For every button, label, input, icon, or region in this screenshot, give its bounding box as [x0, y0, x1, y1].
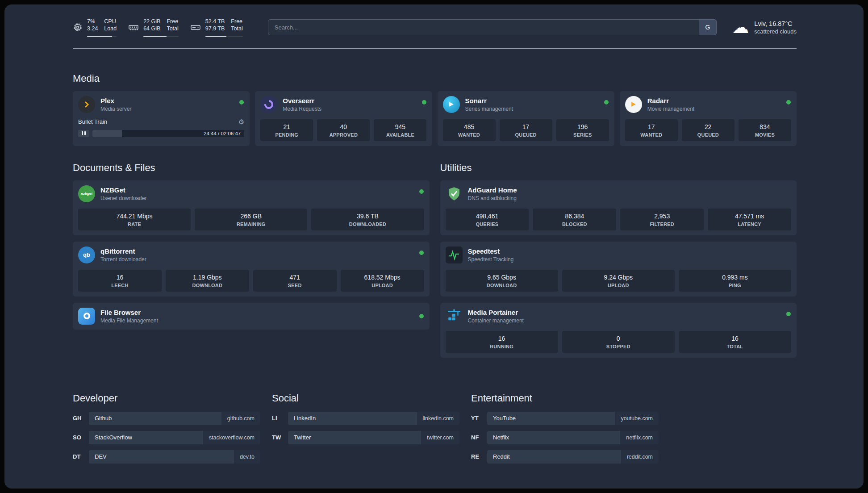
cpu-metric: 7% 3.24 CPU Load — [73, 18, 117, 37]
app-subtitle: Container management — [468, 318, 524, 324]
stat-tile: 1.19 GbpsDOWNLOAD — [166, 270, 249, 292]
stat-tile: 498,461QUERIES — [446, 209, 529, 230]
ram-metric: 22 GiB 64 GiB Free Total — [128, 18, 179, 37]
app-subtitle: Movie management — [647, 106, 694, 112]
adguard-card[interactable]: AdGuard Home DNS and adblocking 498,461Q… — [440, 180, 797, 235]
app-subtitle: Media File Management — [100, 318, 158, 324]
qbittorrent-card[interactable]: qb qBittorrent Torrent downloader 16LEEC… — [73, 242, 430, 297]
disk-free-value: 52.4 TB — [205, 18, 225, 25]
playback-progress-bar[interactable]: 24:44 / 02:06:47 — [92, 130, 244, 137]
speedtest-card[interactable]: Speedtest Speedtest Tracking 9.65 GbpsDO… — [440, 242, 797, 297]
cpu-percent: 7% — [87, 18, 98, 25]
bookmark-name: Reddit — [487, 450, 621, 464]
filebrowser-card[interactable]: File Browser Media File Management — [73, 303, 430, 330]
stat-tile: 2,953FILTERED — [620, 209, 704, 230]
top-bar: 7% 3.24 CPU Load 22 GiB 64 — [73, 18, 797, 37]
qbittorrent-status-dot — [419, 251, 424, 255]
app-subtitle: Media server — [100, 106, 131, 112]
app-subtitle: DNS and adblocking — [468, 195, 517, 201]
stat-tile: 21PENDING — [260, 119, 313, 141]
stat-tile: 86,384BLOCKED — [533, 209, 616, 230]
bookmark-dev[interactable]: DT DEV dev.to — [73, 450, 260, 464]
gear-icon[interactable]: ⚙ — [238, 118, 244, 126]
bookmark-name: DEV — [89, 450, 234, 464]
search-bar: G — [268, 19, 717, 35]
app-name: Plex — [100, 97, 131, 104]
filebrowser-status-dot — [419, 314, 424, 318]
stat-tile: 40APPROVED — [317, 119, 370, 141]
radarr-icon — [625, 96, 642, 113]
weather-widget: ☁ Lviv, 16.87°C scattered clouds — [732, 19, 797, 36]
nzbget-status-dot — [419, 189, 424, 194]
bookmark-abbr: LI — [272, 415, 288, 422]
bookmark-stackoverflow[interactable]: SO StackOverflow stackoverflow.com — [73, 431, 260, 444]
bookmark-url: linkedin.com — [417, 412, 459, 425]
now-playing-title: Bullet Train — [78, 118, 107, 125]
app-subtitle: Usenet downloader — [100, 195, 146, 201]
bookmark-name: Twitter — [288, 431, 421, 444]
bookmark-abbr: DT — [73, 453, 89, 460]
cpu-load-value: 3.24 — [87, 25, 98, 32]
bookmark-url: github.com — [221, 412, 260, 425]
bookmark-url: dev.to — [234, 450, 260, 464]
ram-total-value: 64 GiB — [143, 25, 160, 32]
utilities-column: Utilities AdGuard Home DNS and adblockin… — [440, 162, 797, 364]
nzbget-card[interactable]: nzbget NZBGet Usenet downloader 744.21 M… — [73, 180, 430, 235]
bookmark-reddit[interactable]: RE Reddit reddit.com — [471, 450, 659, 464]
plex-card[interactable]: Plex Media server Bullet Train ⚙ 24:44 /… — [73, 91, 250, 146]
cpu-usage-bar — [87, 36, 117, 37]
app-name: Overseerr — [283, 97, 321, 104]
bookmark-linkedin[interactable]: LI LinkedIn linkedin.com — [272, 412, 459, 425]
bookmark-url: reddit.com — [621, 450, 659, 464]
disk-total-value: 97.9 TB — [205, 25, 225, 32]
bookmark-name: StackOverflow — [89, 431, 203, 444]
weather-location: Lviv, 16.87°C — [754, 20, 797, 27]
ram-usage-bar — [143, 36, 179, 37]
sonarr-icon — [443, 96, 460, 113]
stat-tile: 0.993 msPING — [679, 270, 791, 292]
radarr-card[interactable]: Radarr Movie management 17WANTED 22QUEUE… — [620, 91, 797, 146]
pause-button[interactable] — [78, 130, 89, 137]
plex-icon — [78, 96, 95, 113]
entertainment-section: Entertainment YT YouTube youtube.com NF … — [471, 393, 659, 469]
portainer-card[interactable]: Media Portainer Container management 16R… — [440, 303, 797, 358]
stat-tile: 945AVAILABLE — [374, 119, 426, 141]
stat-tile: 744.21 MbpsRATE — [78, 209, 191, 230]
stat-tile: 17WANTED — [625, 119, 678, 141]
bookmarks-area: Developer GH Github github.com SO StackO… — [73, 393, 797, 469]
stat-tile: 47.571 msLATENCY — [708, 209, 791, 230]
bookmark-netflix[interactable]: NF Netflix netflix.com — [471, 431, 659, 444]
bookmark-youtube[interactable]: YT YouTube youtube.com — [471, 412, 659, 425]
ram-free-label: Free — [167, 18, 178, 25]
overseerr-status-dot — [422, 100, 426, 104]
cpu-load-label: Load — [104, 25, 117, 32]
search-input[interactable] — [268, 19, 717, 35]
sonarr-card[interactable]: Sonarr Series management 485WANTED 17QUE… — [438, 91, 614, 146]
search-engine-button[interactable]: G — [699, 19, 717, 35]
radarr-status-dot — [786, 100, 791, 104]
bookmark-github[interactable]: GH Github github.com — [73, 412, 260, 425]
social-section: Social LI LinkedIn linkedin.com TW Twitt… — [272, 393, 459, 469]
entertainment-heading: Entertainment — [471, 393, 659, 404]
disk-metric: 52.4 TB 97.9 TB Free Total — [190, 18, 243, 37]
app-name: AdGuard Home — [468, 186, 517, 194]
stat-tile: 9.65 GbpsDOWNLOAD — [446, 270, 558, 292]
stat-tile: 485WANTED — [443, 119, 496, 141]
stat-tile: 196SERIES — [556, 119, 609, 141]
overseerr-icon — [260, 96, 277, 113]
social-heading: Social — [272, 393, 459, 404]
overseerr-card[interactable]: Overseerr Media Requests 21PENDING 40APP… — [255, 91, 432, 146]
stat-tile: 16RUNNING — [446, 331, 558, 353]
cpu-label: CPU — [104, 18, 117, 25]
stat-tile: 471SEED — [253, 270, 337, 292]
app-name: qBittorrent — [100, 247, 146, 255]
developer-heading: Developer — [73, 393, 260, 404]
app-subtitle: Speedtest Tracking — [468, 256, 514, 263]
bookmark-abbr: YT — [471, 415, 487, 422]
header-divider — [73, 48, 797, 49]
app-name: Radarr — [647, 97, 694, 104]
bookmark-twitter[interactable]: TW Twitter twitter.com — [272, 431, 459, 444]
playback-progress-fill — [92, 130, 122, 137]
bookmark-name: Netflix — [487, 431, 620, 444]
nzbget-icon: nzbget — [78, 185, 95, 202]
